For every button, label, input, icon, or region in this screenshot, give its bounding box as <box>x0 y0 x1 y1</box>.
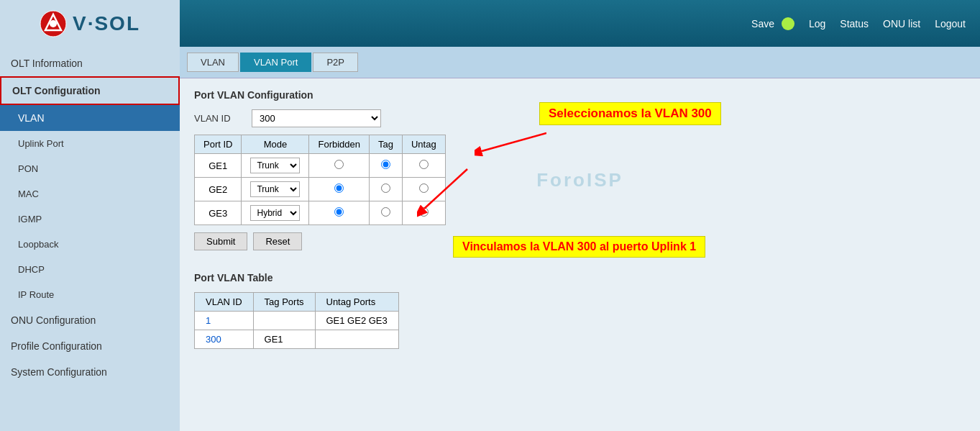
forbidden-ge2 <box>309 178 370 201</box>
forbidden-ge3 <box>309 201 370 225</box>
col-port-id: Port ID <box>195 135 242 154</box>
table-row: GE3 Access Trunk Hybrid <box>195 201 446 225</box>
log-link[interactable]: Log <box>809 18 825 30</box>
col-tag: Tag <box>370 135 403 154</box>
port-vlan-table: VLAN ID Tag Ports Untag Ports 1 GE1 GE2 … <box>194 292 399 349</box>
config-table-wrapper: ForoISP Port ID Mode Forbidden Tag Untag <box>194 135 966 225</box>
sidebar-item-onu-config[interactable]: ONU Configuration <box>0 307 180 333</box>
watermark: ForoISP <box>536 169 623 191</box>
header-right: Save Log Status ONU list Logout <box>180 17 980 30</box>
red-arrow-2 <box>417 162 475 222</box>
sidebar-item-ip-route[interactable]: IP Route <box>0 282 180 307</box>
table-row: 300 GE1 <box>195 330 399 349</box>
port-id-ge1: GE1 <box>195 154 242 178</box>
col-forbidden: Forbidden <box>309 135 370 154</box>
mode-ge1[interactable]: Access Trunk Hybrid <box>242 154 309 178</box>
tab-vlan[interactable]: VLAN <box>187 53 239 72</box>
vlan-id-select[interactable]: 1 300 <box>252 109 381 127</box>
mode-select-ge2[interactable]: Access Trunk Hybrid <box>250 181 300 197</box>
sidebar: OLT Information OLT Configuration VLAN U… <box>0 47 180 431</box>
submit-button[interactable]: Submit <box>194 232 247 250</box>
tab-p2p[interactable]: P2P <box>313 53 358 72</box>
sidebar-item-vlan[interactable]: VLAN <box>0 105 180 131</box>
sidebar-item-profile-config[interactable]: Profile Configuration <box>0 333 180 359</box>
tag-radio-ge1[interactable] <box>381 160 390 169</box>
svg-line-6 <box>424 169 467 209</box>
tab-vlan-port[interactable]: VLAN Port <box>240 53 311 72</box>
main-content: VLAN VLAN Port P2P Port VLAN Configurati… <box>180 47 980 431</box>
sidebar-item-olt-config[interactable]: OLT Configuration <box>0 76 180 105</box>
sidebar-item-mac[interactable]: MAC <box>0 181 180 207</box>
pvt-col-untag-ports: Untag Ports <box>315 293 398 312</box>
forbidden-radio-ge2[interactable] <box>334 183 344 193</box>
pvt-untag-1: GE1 GE2 GE3 <box>315 312 398 330</box>
sidebar-item-igmp[interactable]: IGMP <box>0 207 180 232</box>
pvt-vlan-id-1[interactable]: 1 <box>195 312 254 330</box>
sidebar-item-olt-info[interactable]: OLT Information <box>0 50 180 76</box>
tag-ge3 <box>370 201 403 225</box>
header-nav: Log Status ONU list Logout <box>809 18 966 30</box>
sidebar-item-system-config[interactable]: System Configuration <box>0 359 180 385</box>
svg-line-4 <box>482 133 546 151</box>
port-vlan-table-title: Port VLAN Table <box>194 272 966 283</box>
mode-select-ge3[interactable]: Access Trunk Hybrid <box>250 205 300 221</box>
port-vlan-config-title: Port VLAN Configuration <box>194 89 966 101</box>
pvt-vlan-id-300[interactable]: 300 <box>195 330 254 349</box>
vlan-id-link-300[interactable]: 300 <box>206 334 221 345</box>
status-dot <box>782 17 794 30</box>
forbidden-radio-ge1[interactable] <box>334 160 344 169</box>
red-arrow-1 <box>475 130 546 160</box>
sidebar-item-dhcp[interactable]: DHCP <box>0 257 180 282</box>
config-table: Port ID Mode Forbidden Tag Untag GE1 <box>194 135 446 225</box>
mode-ge3[interactable]: Access Trunk Hybrid <box>242 201 309 225</box>
mode-select-ge1[interactable]: Access Trunk Hybrid <box>250 158 300 173</box>
annotation-label-1: Seleccionamos la VLAN 300 <box>539 102 721 125</box>
pvt-untag-300 <box>315 330 398 349</box>
annotation-label-2: Vinculamos la VLAN 300 al puerto Uplink … <box>453 236 705 258</box>
port-id-ge3: GE3 <box>195 201 242 225</box>
sidebar-item-loopback[interactable]: Loopback <box>0 232 180 257</box>
vsol-logo-icon <box>40 10 67 37</box>
port-id-ge2: GE2 <box>195 178 242 201</box>
logo-area: V·SOL <box>0 0 180 47</box>
vlan-id-label: VLAN ID <box>194 113 244 124</box>
content-area: Port VLAN Configuration Seleccionamos la… <box>180 78 980 360</box>
sidebar-item-pon[interactable]: PON <box>0 156 180 181</box>
tag-ge2 <box>370 178 403 201</box>
form-wrapper: Seleccionamos la VLAN 300 VLAN ID <box>194 109 966 250</box>
table-row: GE1 Access Trunk Hybrid <box>195 154 446 178</box>
pvt-tag-300: GE1 <box>253 330 315 349</box>
forbidden-ge1 <box>309 154 370 178</box>
vlan-id-link-1[interactable]: 1 <box>206 315 211 326</box>
col-untag: Untag <box>402 135 445 154</box>
port-vlan-table-section: Port VLAN Table VLAN ID Tag Ports Untag … <box>194 272 966 349</box>
pvt-col-vlan-id: VLAN ID <box>195 293 254 312</box>
logo-text: V·SOL <box>73 12 140 35</box>
col-mode: Mode <box>242 135 309 154</box>
svg-point-2 <box>50 20 57 27</box>
table-row: 1 GE1 GE2 GE3 <box>195 312 399 330</box>
table-row: GE2 Access Trunk Hybrid <box>195 178 446 201</box>
header: V·SOL Save Log Status ONU list Logout <box>0 0 980 47</box>
sidebar-item-uplink-port[interactable]: Uplink Port <box>0 131 180 156</box>
save-area: Save <box>751 17 794 30</box>
save-label[interactable]: Save <box>751 18 774 30</box>
tag-ge1 <box>370 154 403 178</box>
status-link[interactable]: Status <box>840 18 869 30</box>
forbidden-radio-ge3[interactable] <box>334 207 344 217</box>
logout-link[interactable]: Logout <box>935 18 966 30</box>
pvt-tag-1 <box>253 312 315 330</box>
tag-radio-ge3[interactable] <box>381 207 390 217</box>
tag-radio-ge2[interactable] <box>381 183 390 193</box>
pvt-col-tag-ports: Tag Ports <box>253 293 315 312</box>
reset-button[interactable]: Reset <box>253 232 302 250</box>
layout: OLT Information OLT Configuration VLAN U… <box>0 47 980 431</box>
mode-ge2[interactable]: Access Trunk Hybrid <box>242 178 309 201</box>
onu-list-link[interactable]: ONU list <box>883 18 920 30</box>
tab-bar: VLAN VLAN Port P2P <box>180 47 980 78</box>
